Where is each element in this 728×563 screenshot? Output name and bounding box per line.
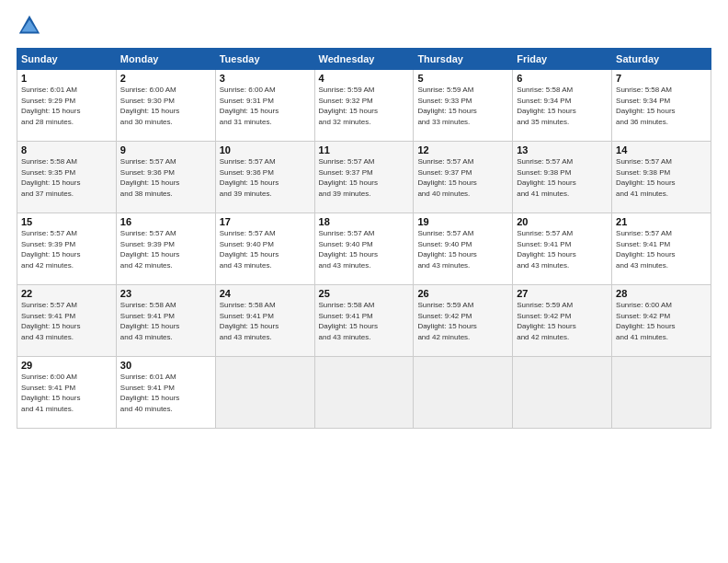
- day-cell: 11Sunrise: 5:57 AM Sunset: 9:37 PM Dayli…: [314, 142, 414, 213]
- calendar-table: SundayMondayTuesdayWednesdayThursdayFrid…: [17, 48, 711, 429]
- day-number: 3: [220, 73, 311, 84]
- logo-icon: [17, 13, 42, 39]
- day-number: 12: [417, 144, 508, 155]
- day-number: 2: [120, 73, 211, 84]
- day-info: Sunrise: 5:57 AM Sunset: 9:41 PM Dayligh…: [517, 229, 575, 270]
- day-number: 10: [220, 144, 311, 155]
- day-cell: 28Sunrise: 6:00 AM Sunset: 9:42 PM Dayli…: [612, 285, 711, 357]
- day-cell: [414, 357, 513, 429]
- day-info: Sunrise: 5:58 AM Sunset: 9:35 PM Dayligh…: [21, 157, 80, 198]
- day-number: 8: [21, 144, 112, 155]
- day-cell: 14Sunrise: 5:57 AM Sunset: 9:38 PM Dayli…: [612, 142, 711, 213]
- day-number: 28: [616, 288, 707, 299]
- day-info: Sunrise: 5:58 AM Sunset: 9:41 PM Dayligh…: [220, 301, 279, 341]
- day-cell: 23Sunrise: 5:58 AM Sunset: 9:41 PM Dayli…: [116, 285, 215, 357]
- day-info: Sunrise: 5:57 AM Sunset: 9:41 PM Dayligh…: [21, 301, 80, 341]
- day-number: 30: [120, 360, 211, 371]
- day-cell: [215, 357, 314, 429]
- day-cell: 20Sunrise: 5:57 AM Sunset: 9:41 PM Dayli…: [513, 213, 612, 285]
- day-info: Sunrise: 5:57 AM Sunset: 9:38 PM Dayligh…: [517, 157, 575, 198]
- day-cell: 13Sunrise: 5:57 AM Sunset: 9:38 PM Dayli…: [513, 142, 612, 213]
- day-info: Sunrise: 5:59 AM Sunset: 9:32 PM Dayligh…: [319, 86, 378, 126]
- header-row: SundayMondayTuesdayWednesdayThursdayFrid…: [17, 49, 711, 70]
- day-cell: 4Sunrise: 5:59 AM Sunset: 9:32 PM Daylig…: [314, 70, 414, 142]
- day-info: Sunrise: 5:58 AM Sunset: 9:41 PM Dayligh…: [120, 301, 179, 341]
- day-cell: 5Sunrise: 5:59 AM Sunset: 9:33 PM Daylig…: [414, 70, 513, 142]
- day-info: Sunrise: 5:57 AM Sunset: 9:36 PM Dayligh…: [220, 157, 279, 198]
- day-info: Sunrise: 5:57 AM Sunset: 9:36 PM Dayligh…: [120, 157, 179, 198]
- day-cell: 19Sunrise: 5:57 AM Sunset: 9:40 PM Dayli…: [414, 213, 513, 285]
- day-cell: 3Sunrise: 6:00 AM Sunset: 9:31 PM Daylig…: [215, 70, 314, 142]
- day-number: 19: [417, 216, 508, 227]
- day-cell: 7Sunrise: 5:58 AM Sunset: 9:34 PM Daylig…: [612, 70, 711, 142]
- day-number: 26: [417, 288, 508, 299]
- day-number: 13: [517, 144, 608, 155]
- col-header-saturday: Saturday: [612, 49, 711, 70]
- day-cell: 26Sunrise: 5:59 AM Sunset: 9:42 PM Dayli…: [414, 285, 513, 357]
- day-info: Sunrise: 5:57 AM Sunset: 9:38 PM Dayligh…: [616, 157, 675, 198]
- col-header-thursday: Thursday: [414, 49, 513, 70]
- day-cell: 9Sunrise: 5:57 AM Sunset: 9:36 PM Daylig…: [116, 142, 215, 213]
- day-cell: 8Sunrise: 5:58 AM Sunset: 9:35 PM Daylig…: [17, 142, 117, 213]
- day-number: 21: [616, 216, 707, 227]
- week-row-5: 29Sunrise: 6:00 AM Sunset: 9:41 PM Dayli…: [17, 357, 711, 429]
- day-cell: 18Sunrise: 5:57 AM Sunset: 9:40 PM Dayli…: [314, 213, 414, 285]
- day-cell: 10Sunrise: 5:57 AM Sunset: 9:36 PM Dayli…: [215, 142, 314, 213]
- day-number: 5: [417, 73, 508, 84]
- day-info: Sunrise: 5:59 AM Sunset: 9:42 PM Dayligh…: [517, 301, 575, 341]
- day-cell: 1Sunrise: 6:01 AM Sunset: 9:29 PM Daylig…: [17, 70, 117, 142]
- day-number: 24: [220, 288, 311, 299]
- day-info: Sunrise: 5:57 AM Sunset: 9:40 PM Dayligh…: [417, 229, 476, 270]
- day-number: 4: [319, 73, 410, 84]
- day-number: 16: [120, 216, 211, 227]
- day-number: 6: [517, 73, 608, 84]
- col-header-wednesday: Wednesday: [314, 49, 414, 70]
- calendar-page: SundayMondayTuesdayWednesdayThursdayFrid…: [0, 0, 728, 563]
- week-row-4: 22Sunrise: 5:57 AM Sunset: 9:41 PM Dayli…: [17, 285, 711, 357]
- day-info: Sunrise: 6:00 AM Sunset: 9:31 PM Dayligh…: [220, 86, 279, 126]
- day-cell: 22Sunrise: 5:57 AM Sunset: 9:41 PM Dayli…: [17, 285, 117, 357]
- day-info: Sunrise: 6:00 AM Sunset: 9:30 PM Dayligh…: [120, 86, 179, 126]
- day-info: Sunrise: 5:58 AM Sunset: 9:34 PM Dayligh…: [517, 86, 575, 126]
- day-cell: 25Sunrise: 5:58 AM Sunset: 9:41 PM Dayli…: [314, 285, 414, 357]
- day-number: 7: [616, 73, 707, 84]
- day-number: 15: [21, 216, 112, 227]
- day-number: 22: [21, 288, 112, 299]
- day-number: 29: [21, 360, 112, 371]
- day-cell: 30Sunrise: 6:01 AM Sunset: 9:41 PM Dayli…: [116, 357, 215, 429]
- col-header-friday: Friday: [513, 49, 612, 70]
- day-info: Sunrise: 6:01 AM Sunset: 9:41 PM Dayligh…: [120, 373, 179, 413]
- logo: [17, 17, 46, 39]
- day-number: 18: [319, 216, 410, 227]
- day-info: Sunrise: 5:59 AM Sunset: 9:33 PM Dayligh…: [417, 86, 476, 126]
- day-number: 9: [120, 144, 211, 155]
- day-info: Sunrise: 5:57 AM Sunset: 9:40 PM Dayligh…: [319, 229, 378, 270]
- col-header-monday: Monday: [116, 49, 215, 70]
- day-info: Sunrise: 5:57 AM Sunset: 9:40 PM Dayligh…: [220, 229, 279, 270]
- day-cell: [513, 357, 612, 429]
- day-info: Sunrise: 5:57 AM Sunset: 9:39 PM Dayligh…: [120, 229, 179, 270]
- day-number: 11: [319, 144, 410, 155]
- day-info: Sunrise: 5:57 AM Sunset: 9:37 PM Dayligh…: [319, 157, 378, 198]
- day-info: Sunrise: 5:59 AM Sunset: 9:42 PM Dayligh…: [417, 301, 476, 341]
- day-cell: 24Sunrise: 5:58 AM Sunset: 9:41 PM Dayli…: [215, 285, 314, 357]
- day-number: 20: [517, 216, 608, 227]
- day-info: Sunrise: 6:01 AM Sunset: 9:29 PM Dayligh…: [21, 86, 80, 126]
- day-info: Sunrise: 6:00 AM Sunset: 9:42 PM Dayligh…: [616, 301, 675, 341]
- day-cell: 2Sunrise: 6:00 AM Sunset: 9:30 PM Daylig…: [116, 70, 215, 142]
- day-number: 27: [517, 288, 608, 299]
- col-header-tuesday: Tuesday: [215, 49, 314, 70]
- day-cell: 6Sunrise: 5:58 AM Sunset: 9:34 PM Daylig…: [513, 70, 612, 142]
- week-row-3: 15Sunrise: 5:57 AM Sunset: 9:39 PM Dayli…: [17, 213, 711, 285]
- day-info: Sunrise: 6:00 AM Sunset: 9:41 PM Dayligh…: [21, 373, 80, 413]
- day-cell: 17Sunrise: 5:57 AM Sunset: 9:40 PM Dayli…: [215, 213, 314, 285]
- header: [17, 17, 711, 39]
- day-number: 23: [120, 288, 211, 299]
- day-number: 17: [220, 216, 311, 227]
- day-info: Sunrise: 5:57 AM Sunset: 9:39 PM Dayligh…: [21, 229, 80, 270]
- day-cell: 27Sunrise: 5:59 AM Sunset: 9:42 PM Dayli…: [513, 285, 612, 357]
- day-number: 1: [21, 73, 112, 84]
- day-cell: 16Sunrise: 5:57 AM Sunset: 9:39 PM Dayli…: [116, 213, 215, 285]
- day-cell: 21Sunrise: 5:57 AM Sunset: 9:41 PM Dayli…: [612, 213, 711, 285]
- day-cell: [314, 357, 414, 429]
